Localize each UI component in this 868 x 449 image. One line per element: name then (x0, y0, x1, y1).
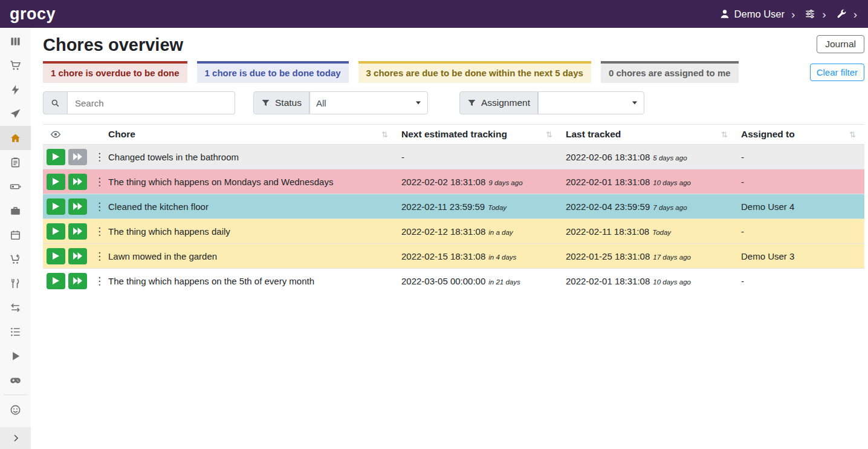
row-menu-button[interactable]: ⋮ (90, 225, 103, 238)
sidebar-item-meal-plan[interactable] (0, 102, 31, 126)
play-icon (53, 228, 59, 235)
briefcase-icon (10, 205, 21, 217)
sidebar-expand-button[interactable] (0, 427, 31, 449)
sidebar-item-chore-tracking[interactable] (0, 344, 31, 368)
row-menu-button[interactable]: ⋮ (90, 200, 103, 213)
banner-assigned-to-me[interactable]: 0 chores are assigned to me (601, 61, 739, 83)
sort-icon: ⇅ (546, 130, 552, 139)
track-chore-button[interactable] (47, 198, 65, 215)
skip-chore-button[interactable] (68, 174, 87, 190)
sidebar-item-stock[interactable] (0, 29, 31, 53)
settings-menu[interactable]: › (805, 8, 826, 20)
sidebar-item-tasks[interactable] (0, 150, 31, 174)
fast-forward-icon (73, 203, 82, 210)
column-header-last-tracked[interactable]: Last tracked⇅ (561, 125, 736, 145)
exchange-icon (10, 302, 21, 313)
clear-filter-button[interactable]: Clear filter (810, 64, 864, 81)
sidebar-item-inventory[interactable] (0, 320, 31, 344)
play-icon (53, 153, 59, 160)
skip-chore-button[interactable] (68, 223, 87, 240)
journal-button[interactable]: Journal (817, 35, 864, 53)
sliders-icon (805, 8, 815, 19)
shopping-cart-icon (10, 60, 21, 71)
sidebar-item-batteries[interactable] (0, 174, 31, 198)
bolt-icon (10, 84, 21, 96)
ellipsis-v-icon: ⋮ (94, 176, 103, 188)
assigned-to-cell: - (736, 145, 864, 169)
wrench-icon (836, 8, 847, 19)
track-chore-button[interactable] (47, 149, 65, 165)
banner-due-today[interactable]: 1 chore is due to be done today (197, 61, 349, 83)
columns-icon (10, 36, 21, 47)
ellipsis-v-icon: ⋮ (94, 275, 103, 287)
user-menu[interactable]: Demo User › (719, 8, 795, 20)
next-tracking-cell: 2022-02-15 18:31:08in 4 days (397, 244, 561, 269)
sidebar-item-equipment[interactable] (0, 198, 31, 223)
chore-name: Changed towels in the bathroom (103, 145, 397, 169)
battery-icon (10, 181, 21, 192)
track-chore-button[interactable] (47, 273, 65, 289)
column-header-assigned-to[interactable]: Assigned to⇅ (736, 125, 864, 145)
sidebar-item-transfer[interactable] (0, 295, 31, 320)
table-row: ⋮ Lawn mowed in the garden 2022-02-15 18… (43, 244, 864, 269)
page-title: Chores overview (43, 35, 183, 55)
chevron-right-icon: › (853, 8, 857, 20)
row-menu-button[interactable]: ⋮ (90, 151, 103, 163)
track-chore-button[interactable] (47, 248, 65, 264)
row-menu-button[interactable]: ⋮ (90, 250, 103, 263)
next-tracking-cell: 2022-02-11 23:59:59Today (397, 194, 561, 219)
assignment-filter-label: Assignment (481, 97, 530, 108)
home-icon (10, 133, 21, 144)
skip-chore-button[interactable] (68, 248, 87, 264)
assigned-to-cell: - (736, 219, 864, 244)
sidebar-item-consume[interactable] (0, 271, 31, 295)
sidebar-item-battery-tracking[interactable] (0, 368, 31, 392)
sort-icon: ⇅ (849, 130, 856, 139)
sidebar-item-chores[interactable] (0, 126, 31, 150)
assignment-select[interactable] (539, 92, 644, 114)
next-tracking-cell: - (397, 145, 561, 169)
table-row: ⋮ Cleaned the kitchen floor 2022-02-11 2… (43, 194, 864, 219)
relative-time: in 21 days (488, 278, 520, 286)
topbar: grocy Demo User › › › (0, 0, 868, 28)
table-row: ⋮ The thing which happens daily 2022-02-… (43, 219, 864, 244)
sidebar-item-shopping-list[interactable] (0, 53, 31, 77)
sidebar-item-recipes[interactable] (0, 77, 31, 102)
column-header-next-tracking[interactable]: Next estimated tracking⇅ (397, 125, 561, 145)
admin-menu[interactable]: › (836, 8, 857, 20)
sidebar (0, 28, 31, 449)
relative-time: 17 days ago (653, 254, 691, 261)
grocy-logo[interactable]: grocy (10, 6, 56, 22)
play-icon (53, 277, 59, 284)
search-input[interactable] (68, 91, 235, 114)
skip-chore-button[interactable] (68, 149, 87, 165)
sort-icon: ⇅ (381, 130, 388, 139)
fast-forward-icon (73, 228, 82, 235)
row-menu-button[interactable]: ⋮ (90, 175, 103, 188)
skip-chore-button[interactable] (68, 198, 87, 215)
track-chore-button[interactable] (47, 174, 65, 190)
table-row: ⋮ The thing which happens on the 5th of … (43, 269, 864, 293)
row-menu-button[interactable]: ⋮ (90, 275, 103, 287)
sidebar-item-feedback[interactable] (0, 398, 31, 422)
chevron-right-icon (11, 433, 21, 443)
track-chore-button[interactable] (47, 223, 65, 240)
relative-time: 10 days ago (653, 278, 691, 286)
toggle-visibility-button[interactable] (43, 125, 103, 145)
status-select[interactable]: All (310, 92, 427, 114)
sidebar-item-calendar[interactable] (0, 223, 31, 247)
column-header-chore[interactable]: Chore⇅ (103, 125, 397, 145)
filter-row: Status All Assignment (43, 91, 864, 114)
assigned-to-cell: Demo User 3 (736, 244, 864, 269)
relative-time: in 4 days (488, 254, 516, 261)
skip-chore-button[interactable] (68, 273, 87, 289)
next-tracking-cell: 2022-02-02 18:31:089 days ago (397, 169, 561, 194)
next-tracking-cell: 2022-03-05 00:00:00in 21 days (397, 269, 561, 293)
sidebar-item-purchase[interactable] (0, 247, 31, 271)
banner-overdue[interactable]: 1 chore is overdue to be done (43, 61, 187, 83)
chore-name: The thing which happens on the 5th of ev… (103, 269, 397, 293)
topbar-menus: Demo User › › › (710, 8, 857, 20)
play-icon (53, 178, 59, 185)
chore-name: Cleaned the kitchen floor (103, 194, 397, 219)
banner-due-soon[interactable]: 3 chores are due to be done within the n… (358, 61, 591, 83)
